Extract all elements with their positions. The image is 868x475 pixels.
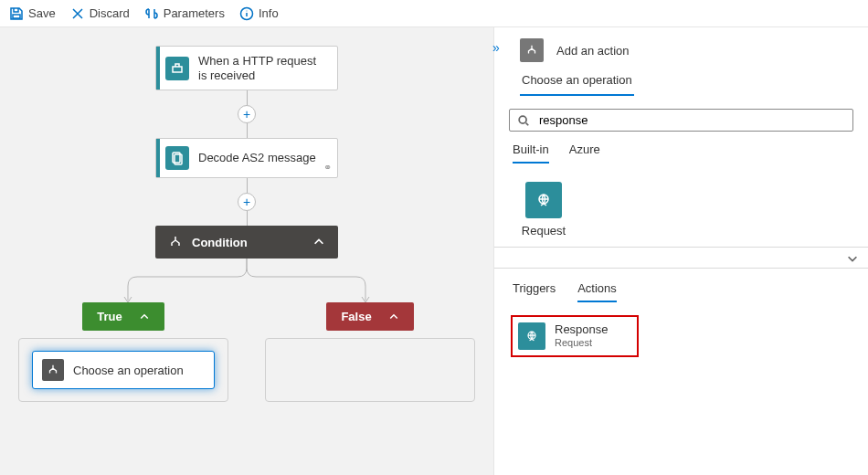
tab-triggers[interactable]: Triggers: [513, 278, 556, 302]
tab-builtin[interactable]: Built-in: [513, 139, 549, 164]
collapse-panel-button[interactable]: »: [492, 40, 497, 55]
globe-icon: [518, 322, 545, 350]
false-label: False: [341, 310, 371, 323]
parameters-label: Parameters: [164, 6, 225, 20]
true-label: True: [97, 310, 122, 323]
connector: [247, 178, 248, 193]
http-trigger-label: When a HTTP request is received: [198, 54, 328, 82]
add-step-button[interactable]: +: [238, 193, 256, 211]
discard-icon: [70, 6, 85, 21]
chevron-down-icon: [846, 252, 859, 265]
accent-bar: [156, 139, 160, 177]
http-trigger-node[interactable]: When a HTTP request is received: [155, 46, 338, 90]
add-step-button[interactable]: +: [238, 105, 256, 123]
condition-icon: [168, 235, 183, 249]
svg-point-3: [519, 116, 526, 123]
globe-icon: [525, 182, 562, 218]
flow-icon: [520, 38, 544, 62]
choose-operation-card[interactable]: Choose an operation: [32, 351, 215, 389]
save-label: Save: [28, 6, 56, 20]
choose-operation-tab[interactable]: Choose an operation: [520, 68, 634, 96]
request-connector-chip[interactable]: Request: [494, 169, 567, 247]
decode-as2-label: Decode AS2 message: [198, 151, 316, 165]
decode-as2-node[interactable]: Decode AS2 message ⚭: [155, 138, 338, 178]
info-label: Info: [259, 6, 279, 20]
save-button[interactable]: Save: [9, 6, 56, 21]
info-icon: [239, 6, 254, 21]
condition-node[interactable]: Condition: [155, 226, 338, 259]
connector: [247, 90, 248, 105]
search-icon: [517, 114, 530, 127]
chevron-up-icon: [312, 236, 325, 248]
trigger-action-tabs: Triggers Actions: [494, 269, 868, 306]
link-icon: ⚭: [323, 162, 332, 174]
source-tabs: Built-in Azure: [494, 139, 868, 169]
false-tag[interactable]: False: [326, 302, 413, 331]
document-icon: [165, 146, 189, 170]
true-branch: True Choose an operation: [18, 302, 228, 402]
parameters-icon: [144, 6, 159, 21]
http-icon: [165, 57, 189, 80]
false-dropzone[interactable]: [265, 338, 475, 402]
chevron-up-icon: [139, 311, 150, 322]
search-box[interactable]: [509, 109, 853, 132]
discard-button[interactable]: Discard: [70, 6, 130, 21]
result-title: Response: [555, 323, 609, 337]
result-subtitle: Request: [555, 337, 609, 349]
connector: [247, 123, 248, 138]
tab-actions[interactable]: Actions: [577, 278, 617, 302]
true-tag[interactable]: True: [82, 302, 164, 331]
designer-canvas[interactable]: When a HTTP request is received + Decode…: [0, 27, 493, 475]
expand-row[interactable]: [494, 247, 868, 269]
discard-label: Discard: [90, 6, 130, 20]
panel-title: Add an action: [556, 44, 630, 58]
tab-azure[interactable]: Azure: [569, 139, 600, 164]
choose-operation-label: Choose an operation: [73, 364, 184, 377]
condition-label: Condition: [192, 236, 248, 249]
request-chip-label: Request: [522, 224, 566, 238]
accent-bar: [156, 47, 160, 90]
parameters-button[interactable]: Parameters: [144, 6, 225, 21]
search-input[interactable]: [537, 112, 845, 128]
branch-connector: [73, 259, 420, 304]
response-action-item[interactable]: Response Request: [511, 315, 639, 357]
false-branch: False: [265, 302, 475, 402]
operation-panel: » Add an action Choose an operation Buil…: [493, 27, 868, 475]
save-icon: [9, 6, 24, 21]
chevron-up-icon: [388, 311, 399, 322]
info-button[interactable]: Info: [239, 6, 279, 21]
connector: [247, 211, 248, 226]
toolbar: Save Discard Parameters Info: [0, 0, 868, 27]
flow-icon: [42, 359, 64, 381]
true-dropzone[interactable]: Choose an operation: [18, 338, 228, 402]
panel-header: Add an action: [494, 27, 868, 68]
